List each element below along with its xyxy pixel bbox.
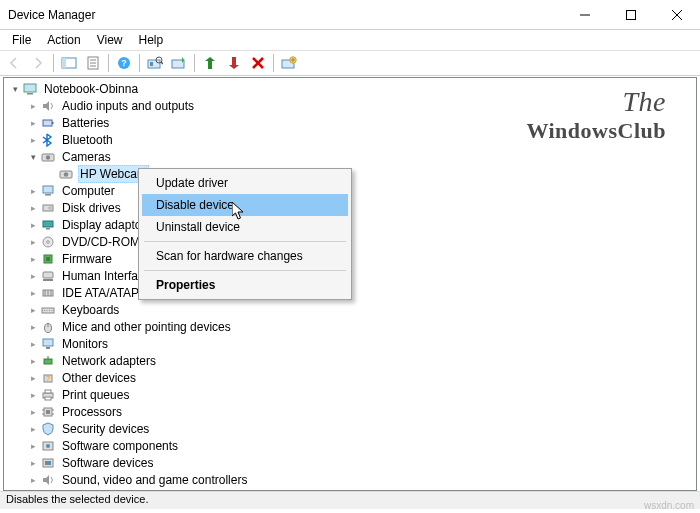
expand-icon[interactable] bbox=[26, 235, 40, 249]
disable-button[interactable] bbox=[222, 52, 246, 74]
svg-rect-40 bbox=[46, 257, 50, 261]
minimize-button[interactable] bbox=[562, 0, 608, 30]
other-icon: ? bbox=[40, 370, 56, 386]
expand-icon[interactable] bbox=[26, 184, 40, 198]
update-driver-button[interactable] bbox=[167, 52, 191, 74]
tree-item-keyboards[interactable]: Keyboards bbox=[8, 301, 696, 318]
expand-icon[interactable] bbox=[26, 303, 40, 317]
expand-icon[interactable] bbox=[26, 99, 40, 113]
status-bar: Disables the selected device. bbox=[0, 491, 700, 509]
ctx-uninstall-device[interactable]: Uninstall device bbox=[142, 216, 348, 238]
expand-icon[interactable] bbox=[26, 320, 40, 334]
svg-rect-55 bbox=[46, 347, 50, 349]
svg-text:?: ? bbox=[121, 58, 127, 68]
tree-item-processors[interactable]: Processors bbox=[8, 403, 696, 420]
add-legacy-button[interactable] bbox=[277, 52, 301, 74]
expand-icon[interactable] bbox=[26, 269, 40, 283]
tree-item-sound[interactable]: Sound, video and game controllers bbox=[8, 471, 696, 488]
svg-rect-42 bbox=[43, 279, 53, 281]
svg-rect-64 bbox=[46, 410, 50, 414]
svg-rect-24 bbox=[27, 93, 33, 95]
tree-item-mice[interactable]: Mice and other pointing devices bbox=[8, 318, 696, 335]
tree-root[interactable]: Notebook-Obinna bbox=[8, 80, 696, 97]
scan-hardware-button[interactable] bbox=[143, 52, 167, 74]
mouse-icon bbox=[40, 319, 56, 335]
tree-item-security[interactable]: Security devices bbox=[8, 420, 696, 437]
expand-icon[interactable] bbox=[26, 439, 40, 453]
maximize-button[interactable] bbox=[608, 0, 654, 30]
svg-point-48 bbox=[44, 309, 45, 310]
show-hidden-button[interactable] bbox=[57, 52, 81, 74]
enable-button[interactable] bbox=[198, 52, 222, 74]
expand-icon[interactable] bbox=[26, 473, 40, 487]
toolbar-separator bbox=[273, 54, 274, 72]
tree-item-display[interactable]: Display adapto bbox=[8, 216, 696, 233]
menu-action[interactable]: Action bbox=[39, 31, 88, 49]
tree-item-computer[interactable]: Computer bbox=[8, 182, 696, 199]
tree-item-print[interactable]: Print queues bbox=[8, 386, 696, 403]
expand-icon[interactable] bbox=[26, 388, 40, 402]
tree-item-audio[interactable]: Audio inputs and outputs bbox=[8, 97, 696, 114]
tree-item-network[interactable]: Network adapters bbox=[8, 352, 696, 369]
menu-file[interactable]: File bbox=[4, 31, 39, 49]
expand-icon[interactable] bbox=[26, 150, 40, 164]
svg-point-70 bbox=[46, 444, 50, 448]
expand-icon[interactable] bbox=[26, 337, 40, 351]
svg-rect-32 bbox=[45, 194, 51, 196]
svg-rect-13 bbox=[150, 62, 153, 66]
menu-help[interactable]: Help bbox=[131, 31, 172, 49]
tree-item-hp-webcam[interactable]: HP Webcam bbox=[8, 165, 696, 182]
keyboard-icon bbox=[40, 302, 56, 318]
expand-icon[interactable] bbox=[26, 133, 40, 147]
ctx-separator bbox=[144, 241, 346, 242]
tree-item-dvd[interactable]: DVD/CD-ROM bbox=[8, 233, 696, 250]
tree-item-bluetooth[interactable]: Bluetooth bbox=[8, 131, 696, 148]
expand-icon[interactable] bbox=[26, 201, 40, 215]
svg-rect-36 bbox=[46, 228, 50, 230]
expand-icon[interactable] bbox=[26, 286, 40, 300]
close-button[interactable] bbox=[654, 0, 700, 30]
tree-item-ide[interactable]: IDE ATA/ATAPI bbox=[8, 284, 696, 301]
tree-item-cameras[interactable]: Cameras bbox=[8, 148, 696, 165]
svg-rect-12 bbox=[148, 60, 160, 68]
expand-icon[interactable] bbox=[26, 371, 40, 385]
expand-icon[interactable] bbox=[26, 456, 40, 470]
tree-item-swcomp[interactable]: Software components bbox=[8, 437, 696, 454]
expand-icon[interactable] bbox=[26, 252, 40, 266]
expand-icon[interactable] bbox=[26, 354, 40, 368]
tree-item-swdev[interactable]: Software devices bbox=[8, 454, 696, 471]
svg-rect-23 bbox=[24, 84, 36, 92]
monitor-icon bbox=[40, 336, 56, 352]
svg-point-49 bbox=[46, 309, 47, 310]
properties-button[interactable] bbox=[81, 52, 105, 74]
tree-item-firmware[interactable]: Firmware bbox=[8, 250, 696, 267]
help-button[interactable]: ? bbox=[112, 52, 136, 74]
camera-icon bbox=[58, 166, 74, 182]
ctx-scan-hardware[interactable]: Scan for hardware changes bbox=[142, 245, 348, 267]
expand-icon[interactable] bbox=[26, 422, 40, 436]
ctx-properties[interactable]: Properties bbox=[142, 274, 348, 296]
ctx-disable-device[interactable]: Disable device bbox=[142, 194, 348, 216]
tree-item-monitors[interactable]: Monitors bbox=[8, 335, 696, 352]
svg-rect-62 bbox=[45, 397, 51, 400]
tree-root-label: Notebook-Obinna bbox=[42, 81, 140, 97]
tree-item-batteries[interactable]: Batteries bbox=[8, 114, 696, 131]
svg-rect-1 bbox=[627, 10, 636, 19]
security-icon bbox=[40, 421, 56, 437]
expand-icon[interactable] bbox=[26, 218, 40, 232]
tree-item-other[interactable]: ?Other devices bbox=[8, 369, 696, 386]
tree-item-disk-drives[interactable]: Disk drives bbox=[8, 199, 696, 216]
svg-rect-61 bbox=[45, 390, 51, 393]
hid-icon bbox=[40, 268, 56, 284]
watermark-site: wsxdn.com bbox=[644, 500, 694, 511]
tree-item-hid[interactable]: Human Interfa bbox=[8, 267, 696, 284]
expand-icon[interactable] bbox=[26, 405, 40, 419]
expand-icon[interactable] bbox=[26, 116, 40, 130]
ctx-update-driver[interactable]: Update driver bbox=[142, 172, 348, 194]
back-button bbox=[2, 52, 26, 74]
expand-icon[interactable] bbox=[8, 82, 22, 96]
menu-view[interactable]: View bbox=[89, 31, 131, 49]
toolbar-separator bbox=[108, 54, 109, 72]
svg-rect-25 bbox=[43, 120, 52, 126]
uninstall-button[interactable] bbox=[246, 52, 270, 74]
